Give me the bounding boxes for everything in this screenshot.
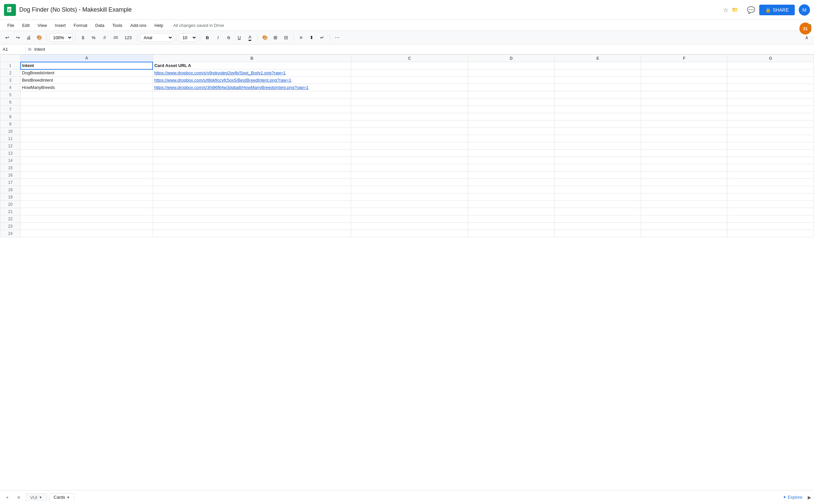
cell-B13[interactable] [153, 150, 351, 157]
cell-F12[interactable] [641, 142, 727, 150]
col-header-c[interactable]: C [351, 55, 468, 62]
cell-F18[interactable] [641, 186, 727, 193]
cell-A12[interactable] [21, 142, 153, 150]
cell-D9[interactable] [468, 120, 555, 128]
format-number-button[interactable]: 123 [122, 33, 134, 42]
cell-C12[interactable] [351, 142, 468, 150]
cell-B24[interactable] [153, 230, 351, 237]
cell-G18[interactable] [727, 186, 814, 193]
cell-E6[interactable] [555, 99, 641, 106]
cell-D14[interactable] [468, 157, 555, 164]
cell-B10[interactable] [153, 128, 351, 135]
menu-insert[interactable]: Insert [51, 22, 69, 29]
cell-F3[interactable] [641, 77, 727, 84]
cell-E2[interactable] [555, 69, 641, 77]
cell-G20[interactable] [727, 201, 814, 208]
cell-B21[interactable] [153, 208, 351, 215]
cell-A17[interactable] [21, 179, 153, 186]
cell-F13[interactable] [641, 150, 727, 157]
col-header-b[interactable]: B [153, 55, 351, 62]
cell-E1[interactable] [555, 62, 641, 69]
cell-A13[interactable] [21, 150, 153, 157]
cell-G23[interactable] [727, 223, 814, 230]
cell-G6[interactable] [727, 99, 814, 106]
cell-D12[interactable] [468, 142, 555, 150]
more-button[interactable]: ⋯ [333, 33, 342, 42]
cell-B14[interactable] [153, 157, 351, 164]
cell-B22[interactable] [153, 215, 351, 223]
notification-badge[interactable]: 31 [799, 23, 811, 35]
paint-format-button[interactable]: 🎨 [35, 33, 44, 42]
cell-A5[interactable] [21, 91, 153, 99]
cell-A2[interactable]: DogBreedsIntent [21, 69, 153, 77]
cell-C1[interactable] [351, 62, 468, 69]
cell-E10[interactable] [555, 128, 641, 135]
dollar-button[interactable]: $ [78, 33, 88, 42]
cell-B16[interactable] [153, 172, 351, 179]
cell-B4[interactable]: https://www.dropbox.com/s/3hj96f64w3dgba… [153, 84, 351, 91]
cell-A7[interactable] [21, 106, 153, 113]
text-wrap-button[interactable]: ↵ [318, 33, 327, 42]
fill-color-button[interactable]: 🎨 [260, 33, 269, 42]
cell-A19[interactable] [21, 193, 153, 201]
decimal-less-button[interactable]: .0 [100, 33, 109, 42]
cell-D8[interactable] [468, 113, 555, 120]
cell-F17[interactable] [641, 179, 727, 186]
cell-D10[interactable] [468, 128, 555, 135]
cell-E17[interactable] [555, 179, 641, 186]
cell-A21[interactable] [21, 208, 153, 215]
cell-C14[interactable] [351, 157, 468, 164]
zoom-select[interactable]: 100% 75% 50% 150% [49, 33, 73, 42]
cell-C22[interactable] [351, 215, 468, 223]
font-size-select[interactable]: 10 8 12 14 [179, 33, 197, 42]
cell-F15[interactable] [641, 164, 727, 172]
cell-A6[interactable] [21, 99, 153, 106]
sheet-tab-vui[interactable]: VUI ▼ [26, 493, 47, 501]
cell-A16[interactable] [21, 172, 153, 179]
cell-F24[interactable] [641, 230, 727, 237]
cell-E24[interactable] [555, 230, 641, 237]
undo-button[interactable]: ↩ [3, 33, 12, 42]
col-header-e[interactable]: E [555, 55, 641, 62]
cell-G12[interactable] [727, 142, 814, 150]
cell-D17[interactable] [468, 179, 555, 186]
cell-A18[interactable] [21, 186, 153, 193]
cell-G14[interactable] [727, 157, 814, 164]
cell-F9[interactable] [641, 120, 727, 128]
cell-A1[interactable]: Intent [21, 62, 153, 69]
cell-D22[interactable] [468, 215, 555, 223]
cell-C23[interactable] [351, 223, 468, 230]
cell-C17[interactable] [351, 179, 468, 186]
cell-C19[interactable] [351, 193, 468, 201]
folder-icon[interactable]: 📁 [732, 7, 738, 13]
align-h-button[interactable]: ≡ [296, 33, 306, 42]
cell-F11[interactable] [641, 135, 727, 142]
cell-C10[interactable] [351, 128, 468, 135]
cell-D1[interactable] [468, 62, 555, 69]
cell-E21[interactable] [555, 208, 641, 215]
col-header-f[interactable]: F [641, 55, 727, 62]
decimal-more-button[interactable]: .00 [110, 33, 120, 42]
merge-button[interactable]: ⊟ [281, 33, 291, 42]
cell-G16[interactable] [727, 172, 814, 179]
cell-F23[interactable] [641, 223, 727, 230]
cell-C4[interactable] [351, 84, 468, 91]
sheet-tab-cards[interactable]: Cards ▼ [49, 493, 75, 502]
menu-format[interactable]: Format [70, 22, 91, 29]
cell-G3[interactable] [727, 77, 814, 84]
cell-D13[interactable] [468, 150, 555, 157]
avatar[interactable]: M [799, 4, 810, 16]
cell-B8[interactable] [153, 113, 351, 120]
cell-C8[interactable] [351, 113, 468, 120]
cell-G7[interactable] [727, 106, 814, 113]
cell-E7[interactable] [555, 106, 641, 113]
cell-G4[interactable] [727, 84, 814, 91]
cell-B15[interactable] [153, 164, 351, 172]
cell-E22[interactable] [555, 215, 641, 223]
cell-D11[interactable] [468, 135, 555, 142]
cell-G8[interactable] [727, 113, 814, 120]
cell-A4[interactable]: HowManyBreeds [21, 84, 153, 91]
cell-C24[interactable] [351, 230, 468, 237]
cell-F8[interactable] [641, 113, 727, 120]
cell-E11[interactable] [555, 135, 641, 142]
